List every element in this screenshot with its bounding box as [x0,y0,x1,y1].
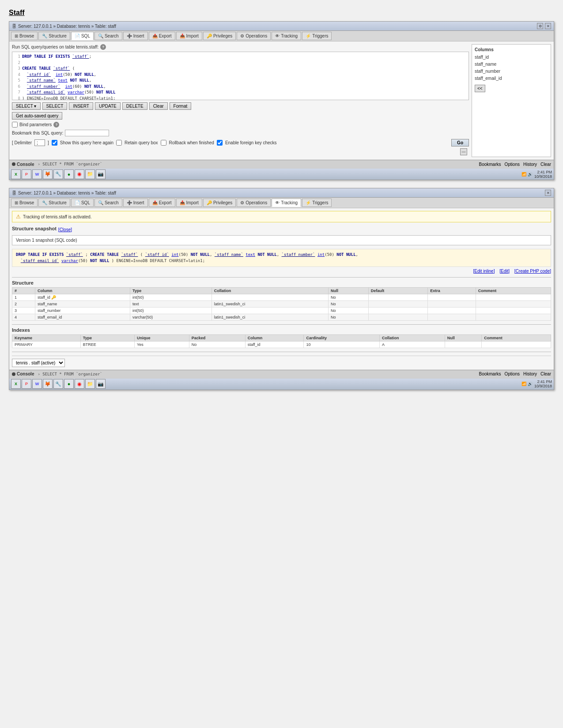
app-excel-1[interactable]: X [11,169,21,179]
tab-search-1[interactable]: 🔍 Search [94,32,122,40]
db-icon-2: 🗄 [12,191,16,195]
tab-structure-2[interactable]: 🔧 Structure [38,199,70,207]
tab-import-2[interactable]: 📥 Import [176,199,202,207]
create-php-link[interactable]: [Create PHP code] [514,269,551,274]
tab-browse-2[interactable]: ⊞ Browse [11,199,38,207]
row-null: No [328,314,368,320]
retain-query-checkbox[interactable] [116,140,122,146]
clear-link-2[interactable]: Clear [540,372,551,376]
col-header-num: # [12,287,35,294]
settings-icon[interactable]: ⚙ [537,23,543,29]
rollback-checkbox[interactable] [161,140,166,146]
rollback-label: Rollback when finished [169,140,214,145]
clear-btn[interactable]: Clear [149,102,168,110]
tab-structure-1[interactable]: 🔧 Structure [38,32,70,40]
tab-privileges-2[interactable]: 🔑 Privileges [203,199,236,207]
app-excel-2[interactable]: X [11,379,21,389]
tab-privileges-1[interactable]: 🔑 Privileges [203,32,236,40]
app-folder-1[interactable]: 📁 [85,169,95,179]
console-label-1: Console [12,162,34,167]
options-link-2[interactable]: Options [505,372,520,376]
app-camera-1[interactable]: 📷 [96,169,106,179]
sidebar-collapse-btn[interactable]: << [475,85,485,92]
format-btn[interactable]: Format [170,102,192,110]
titlebar-icons-1: ⚙ ✕ [537,23,551,29]
tab-export-1[interactable]: 📤 Export [149,32,175,40]
app-word-1[interactable]: W [32,169,42,179]
row-type: int(50) [130,294,212,300]
edit-inline-link[interactable]: [Edit inline] [473,269,495,274]
tab-import-1[interactable]: 📥 Import [176,32,202,40]
idx-header-packed: Packed [189,334,245,341]
go-btn[interactable]: Go [451,139,469,146]
tab-search-2[interactable]: 🔍 Search [94,199,122,207]
app-word-2[interactable]: W [32,379,42,389]
tab-sql-2[interactable]: 📄 SQL [71,199,94,207]
tab-operations-1[interactable]: ⚙ Operations [237,32,271,40]
bind-params-row: Bind parameters ? [12,122,469,128]
app-opera-1[interactable]: ◉ [75,169,84,179]
row-collation [212,307,328,314]
history-link-1[interactable]: History [523,162,537,167]
delete-btn[interactable]: DELETE [122,102,147,110]
tab-tracking-2[interactable]: 👁 Tracking [272,199,301,207]
options-link-1[interactable]: Options [505,162,520,167]
delimiter-input[interactable] [34,139,45,146]
edit-link[interactable]: [Edit] [499,269,510,274]
taskbar-apps-1: X P W 🦊 🔧 ● ◉ 📁 📷 [11,169,106,179]
help-icon[interactable]: ? [100,44,106,50]
collapse-icon[interactable]: — [460,148,467,155]
select-btn[interactable]: SELECT [42,102,68,110]
bind-help-icon[interactable]: ? [53,122,59,128]
clear-link-1[interactable]: Clear [540,162,551,167]
close-icon-1[interactable]: ✕ [545,23,551,29]
foreign-key-checkbox[interactable] [217,140,223,146]
tab-tracking-1[interactable]: 👁 Tracking [272,32,301,40]
tab-insert-2[interactable]: ➕ Insert [123,199,148,207]
bookmark-row: Bookmark this SQL query: [12,130,469,136]
tab-sql-1[interactable]: 📄 SQL [71,32,94,40]
tab-browse-1[interactable]: ⊞ Browse [11,32,38,40]
app-firefox-1[interactable]: 🦊 [43,169,53,179]
sql-buttons: SELECT ▾ SELECT INSERT UPDATE DELETE Cle… [12,102,469,110]
app-circle-1[interactable]: ● [64,169,74,179]
select-dropdown-btn[interactable]: SELECT ▾ [12,102,41,110]
close-icon-2[interactable]: ✕ [545,190,551,196]
delimiter-label: [ Delimiter [12,140,32,145]
column-staff-email-id: staff_email_id [475,75,548,82]
column-staff-id: staff_id [475,54,548,61]
bookmark-input[interactable] [65,130,109,136]
app-tool-2[interactable]: 🔧 [53,379,63,389]
window-titlebar-1: 🗄 Server: 127.0.0.1 » Database: tennis »… [9,22,554,31]
sql-editor[interactable]: 1DROP TABLE IF EXISTS `staff`; 2 3CREATE… [12,52,469,100]
bookmarks-link-1[interactable]: Bookmarks [479,162,501,167]
tab-triggers-2[interactable]: ⚡ Triggers [302,199,332,207]
app-camera-2[interactable]: 📷 [96,379,106,389]
tab-operations-2[interactable]: ⚙ Operations [237,199,271,207]
update-btn[interactable]: UPDATE [95,102,121,110]
tab-insert-1[interactable]: ➕ Insert [123,32,148,40]
tab-export-2[interactable]: 📤 Export [149,199,175,207]
get-autosaved-btn[interactable]: Get auto-saved query [12,112,62,120]
bookmarks-link-2[interactable]: Bookmarks [479,372,501,376]
app-powerpoint-2[interactable]: P [22,379,31,389]
console-label-2: Console [12,372,34,376]
snapshot-close-link[interactable]: [Close] [58,227,72,232]
divider-3 [12,352,551,352]
app-powerpoint-1[interactable]: P [22,169,31,179]
table-select[interactable]: tennis . staff (active) [12,359,65,367]
app-folder-2[interactable]: 📁 [85,379,95,389]
app-firefox-2[interactable]: 🦊 [43,379,53,389]
app-tool-1[interactable]: 🔧 [53,169,63,179]
bind-params-checkbox[interactable] [12,122,18,128]
row-comment [476,294,551,300]
indexes-section: Indexes Keyname Type Unique Packed Colum… [12,327,551,348]
insert-btn[interactable]: INSERT [69,102,93,110]
show-query-checkbox[interactable] [52,140,57,146]
privileges-icon-2: 🔑 [207,200,212,205]
search-icon-1: 🔍 [98,34,103,38]
history-link-2[interactable]: History [523,372,537,376]
app-circle-2[interactable]: ● [64,379,74,389]
app-opera-2[interactable]: ◉ [75,379,84,389]
tab-triggers-1[interactable]: ⚡ Triggers [302,32,332,40]
